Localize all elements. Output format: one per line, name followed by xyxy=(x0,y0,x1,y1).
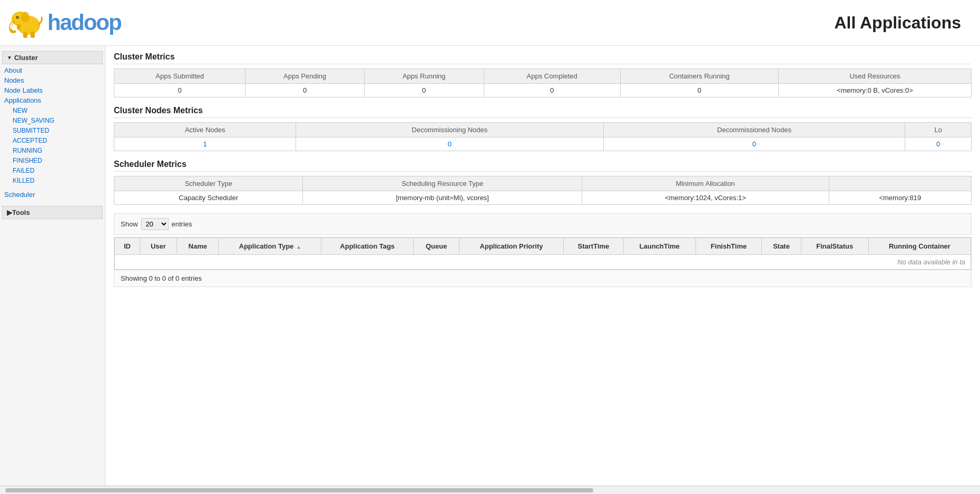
cluster-nodes-metrics-table: Active Nodes Decommissioning Nodes Decom… xyxy=(114,122,972,151)
entries-label: entries xyxy=(172,220,192,228)
col-apps-pending: Apps Pending xyxy=(246,69,364,84)
main-layout: ▼ Cluster About Nodes Node Labels Applic… xyxy=(0,46,980,494)
val-scheduling-resource-type: [memory-mb (unit=Mi), vcores] xyxy=(303,191,582,205)
sidebar-item-new-saving[interactable]: NEW_SAVING xyxy=(0,115,105,125)
val-lo: 0 xyxy=(905,137,972,151)
hadoop-elephant-icon xyxy=(8,4,45,41)
sidebar-item-scheduler[interactable]: Scheduler xyxy=(0,190,105,200)
sidebar-item-failed[interactable]: FAILED xyxy=(0,165,105,175)
sidebar-item-applications[interactable]: Applications xyxy=(0,95,105,105)
sidebar-item-new[interactable]: NEW xyxy=(0,105,105,115)
th-finish-time-label: FinishTime xyxy=(711,242,747,250)
applications-link[interactable]: Applications xyxy=(4,96,41,104)
th-name-label: Name xyxy=(189,242,207,250)
sidebar: ▼ Cluster About Nodes Node Labels Applic… xyxy=(0,46,105,494)
col-apps-completed: Apps Completed xyxy=(484,69,620,84)
submitted-link[interactable]: SUBMITTED xyxy=(13,127,49,134)
svg-rect-6 xyxy=(31,32,35,38)
scheduler-link[interactable]: Scheduler xyxy=(4,191,35,199)
cluster-metrics-table: Apps Submitted Apps Pending Apps Running… xyxy=(114,68,972,97)
th-running-container-label: Running Container xyxy=(889,242,950,250)
val-extra-allocation: <memory:819 xyxy=(829,191,971,205)
node-labels-link[interactable]: Node Labels xyxy=(4,86,43,94)
failed-link[interactable]: FAILED xyxy=(13,167,34,174)
sidebar-item-about[interactable]: About xyxy=(0,65,105,75)
th-application-priority-label: Application Priority xyxy=(480,242,543,250)
th-state-label: State xyxy=(773,242,790,250)
logo: hadoop xyxy=(8,4,121,41)
col-minimum-allocation: Minimum Allocation xyxy=(582,176,829,191)
showing-text: Showing 0 to 0 of 0 entries xyxy=(114,270,972,287)
th-start-time[interactable]: StartTime xyxy=(564,238,624,255)
val-apps-submitted: 0 xyxy=(114,84,246,97)
finished-link[interactable]: FINISHED xyxy=(13,157,42,164)
sidebar-item-running[interactable]: RUNNING xyxy=(0,145,105,155)
col-decommissioning-nodes: Decommissioning Nodes xyxy=(296,123,603,137)
th-application-tags[interactable]: Application Tags xyxy=(321,238,414,255)
th-state[interactable]: State xyxy=(762,238,801,255)
th-launch-time[interactable]: LaunchTime xyxy=(623,238,695,255)
no-data-cell: No data available in ta xyxy=(115,255,971,270)
scheduler-metrics-title: Scheduler Metrics xyxy=(114,160,972,172)
sidebar-item-nodes[interactable]: Nodes xyxy=(0,75,105,85)
sidebar-item-submitted[interactable]: SUBMITTED xyxy=(0,125,105,135)
cluster-metrics-title: Cluster Metrics xyxy=(114,52,972,64)
val-apps-running: 0 xyxy=(364,84,484,97)
svg-rect-5 xyxy=(23,32,27,38)
horizontal-scrollbar[interactable] xyxy=(0,486,980,494)
th-id[interactable]: ID xyxy=(115,238,140,255)
val-active-nodes: 1 xyxy=(114,137,296,151)
page-title: All Applications xyxy=(834,13,972,33)
sidebar-item-finished[interactable]: FINISHED xyxy=(0,155,105,165)
new-saving-link[interactable]: NEW_SAVING xyxy=(13,117,54,124)
svg-rect-7 xyxy=(17,24,21,29)
application-type-sort-icon xyxy=(297,245,301,250)
nodes-link[interactable]: Nodes xyxy=(4,76,24,84)
val-minimum-allocation: <memory:1024, vCores:1> xyxy=(582,191,829,205)
sidebar-item-killed[interactable]: KILLED xyxy=(0,175,105,185)
th-finish-time[interactable]: FinishTime xyxy=(695,238,762,255)
th-final-status[interactable]: FinalStatus xyxy=(801,238,868,255)
th-queue-label: Queue xyxy=(426,242,447,250)
running-link[interactable]: RUNNING xyxy=(13,147,42,154)
logo-text: hadoop xyxy=(47,10,121,35)
th-application-type[interactable]: Application Type xyxy=(219,238,321,255)
sidebar-tools-header[interactable]: ▶ Tools xyxy=(2,206,103,219)
cluster-arrow-icon: ▼ xyxy=(7,55,12,61)
sidebar-item-node-labels[interactable]: Node Labels xyxy=(0,85,105,95)
accepted-link[interactable]: ACCEPTED xyxy=(13,137,47,144)
th-running-container[interactable]: Running Container xyxy=(868,238,971,255)
content-area: Cluster Metrics Apps Submitted Apps Pend… xyxy=(105,46,980,494)
th-name[interactable]: Name xyxy=(177,238,219,255)
th-user-label: User xyxy=(151,242,166,250)
col-active-nodes: Active Nodes xyxy=(114,123,296,137)
col-used-resources: Used Resources xyxy=(779,69,972,84)
sidebar-cluster-header[interactable]: ▼ Cluster xyxy=(2,51,103,64)
entries-select[interactable]: 10 20 25 50 100 xyxy=(141,218,169,230)
th-application-tags-label: Application Tags xyxy=(340,242,395,250)
show-entries-bar: Show 10 20 25 50 100 entries xyxy=(114,213,972,235)
sidebar-item-accepted[interactable]: ACCEPTED xyxy=(0,135,105,145)
killed-link[interactable]: KILLED xyxy=(13,177,34,184)
th-final-status-label: FinalStatus xyxy=(816,242,853,250)
val-containers-running: 0 xyxy=(620,84,778,97)
cluster-label: Cluster xyxy=(14,54,38,62)
decommissioned-nodes-link[interactable]: 0 xyxy=(752,140,756,148)
show-label: Show xyxy=(121,220,138,228)
th-application-priority[interactable]: Application Priority xyxy=(459,238,563,255)
val-decommissioning-nodes: 0 xyxy=(296,137,603,151)
th-queue[interactable]: Queue xyxy=(414,238,459,255)
active-nodes-link[interactable]: 1 xyxy=(203,140,207,148)
about-link[interactable]: About xyxy=(4,66,22,74)
th-application-type-label: Application Type xyxy=(239,242,294,250)
header: hadoop All Applications xyxy=(0,0,980,46)
decommissioning-nodes-link[interactable]: 0 xyxy=(448,140,452,148)
sidebar-tools-section: ▶ Tools xyxy=(0,206,105,219)
tools-arrow-icon: ▶ xyxy=(7,209,12,216)
svg-point-4 xyxy=(17,17,18,18)
scrollbar-thumb[interactable] xyxy=(5,488,593,492)
lo-link[interactable]: 0 xyxy=(936,140,940,148)
th-user[interactable]: User xyxy=(140,238,177,255)
no-data-row: No data available in ta xyxy=(115,255,971,270)
new-link[interactable]: NEW xyxy=(13,107,27,114)
